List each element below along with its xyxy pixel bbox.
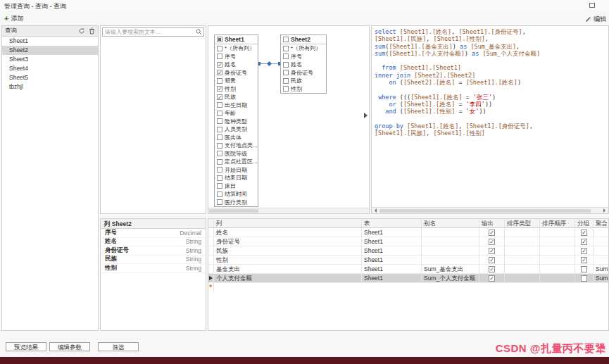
field-checkbox[interactable] bbox=[217, 94, 222, 100]
field-row[interactable]: *（所有列） bbox=[281, 44, 326, 53]
field-checkbox[interactable] bbox=[217, 199, 222, 205]
grid-row[interactable]: 性别Sheet1 bbox=[208, 256, 608, 265]
table-select-checkbox[interactable] bbox=[283, 37, 289, 42]
field-row[interactable]: 人员类别 bbox=[215, 125, 258, 134]
grid-row[interactable]: 基金支出Sheet1Sum_基金支出Sum bbox=[208, 265, 608, 274]
field-checkbox[interactable] bbox=[217, 175, 222, 181]
field-row[interactable]: 支付地点类... bbox=[215, 142, 258, 150]
output-checkbox[interactable] bbox=[489, 239, 495, 245]
refresh-icon[interactable] bbox=[78, 27, 85, 34]
field-checkbox[interactable] bbox=[217, 159, 222, 165]
scrollbar-thumb[interactable] bbox=[209, 209, 258, 213]
grid-row[interactable]: 姓名Sheet1 bbox=[208, 228, 608, 237]
grid-row[interactable]: 民族Sheet1 bbox=[208, 246, 608, 256]
table-card-sheet2[interactable]: Sheet2*（所有列）序号姓名身份证号民族性别 bbox=[280, 34, 327, 94]
field-row[interactable]: 性别 bbox=[281, 85, 326, 94]
field-checkbox[interactable] bbox=[283, 70, 289, 75]
field-checkbox[interactable] bbox=[217, 54, 222, 59]
diagram-horizontal-scrollbar[interactable] bbox=[208, 208, 369, 213]
preview-results-button[interactable]: 预览结果 bbox=[6, 342, 46, 351]
field-row[interactable]: 身份证号 bbox=[281, 69, 326, 77]
trash-icon[interactable] bbox=[89, 27, 95, 34]
sidebar-item-sheet4[interactable]: Sheet4 bbox=[2, 64, 98, 73]
field-checkbox[interactable] bbox=[283, 46, 289, 51]
field-checkbox[interactable] bbox=[217, 78, 222, 84]
output-checkbox[interactable] bbox=[489, 230, 495, 236]
group-checkbox[interactable] bbox=[581, 248, 587, 254]
field-checkbox[interactable] bbox=[217, 167, 222, 172]
field-checkbox[interactable] bbox=[283, 62, 289, 68]
grid-row[interactable]: 个人支付金额Sheet1Sum_个人支付金额Sum bbox=[208, 274, 608, 283]
field-checkbox[interactable] bbox=[217, 102, 222, 108]
field-row[interactable]: 医共体 bbox=[215, 134, 258, 142]
field-checkbox[interactable] bbox=[217, 111, 222, 116]
field-row[interactable]: 床日 bbox=[215, 182, 258, 191]
field-row[interactable]: 出生日期 bbox=[215, 101, 258, 110]
group-checkbox[interactable] bbox=[581, 275, 587, 282]
maximize-icon[interactable] bbox=[589, 3, 595, 8]
edit-parameters-button[interactable]: 编辑参数 bbox=[49, 342, 90, 351]
field-checkbox[interactable] bbox=[217, 134, 222, 140]
group-checkbox[interactable] bbox=[581, 230, 587, 236]
search-input[interactable] bbox=[102, 27, 204, 37]
field-checkbox[interactable] bbox=[217, 183, 222, 189]
field-checkbox[interactable] bbox=[217, 70, 222, 75]
sql-horizontal-scrollbar[interactable] bbox=[372, 207, 608, 213]
scrollbar-thumb[interactable] bbox=[379, 209, 591, 213]
field-checkbox[interactable] bbox=[217, 127, 222, 132]
field-checkbox[interactable] bbox=[217, 118, 222, 124]
output-checkbox[interactable] bbox=[489, 248, 495, 254]
scroll-right-icon[interactable] bbox=[602, 208, 608, 213]
table-card-sheet1[interactable]: Sheet1*（所有列）序号姓名身份证号籍贯性别民族出生日期年龄险种类型人员类别… bbox=[214, 34, 258, 207]
field-row[interactable]: 民族 bbox=[215, 93, 258, 101]
sidebar-item-sheet1[interactable]: Sheet1 bbox=[2, 37, 98, 46]
field-row[interactable]: 医疗类别 bbox=[215, 199, 258, 207]
field-row[interactable]: 籍贯 bbox=[215, 77, 258, 85]
field-row[interactable]: 序号 bbox=[215, 53, 258, 61]
field-checkbox[interactable] bbox=[217, 151, 222, 156]
edit-button[interactable]: 编辑 bbox=[585, 15, 606, 24]
field-row[interactable]: *（所有列） bbox=[215, 44, 258, 53]
output-checkbox[interactable] bbox=[489, 275, 495, 282]
scroll-left-icon[interactable] bbox=[372, 208, 378, 213]
field-row[interactable]: 定点社置区... bbox=[215, 158, 258, 166]
field-label: 序号 bbox=[291, 53, 302, 61]
field-checkbox[interactable] bbox=[217, 192, 222, 197]
filter-button[interactable]: 筛选 bbox=[98, 342, 139, 351]
grid-row[interactable]: 身份证号Sheet1 bbox=[208, 237, 608, 246]
field-row[interactable]: 民族 bbox=[281, 77, 326, 85]
output-checkbox[interactable] bbox=[489, 257, 495, 263]
field-checkbox[interactable] bbox=[217, 46, 222, 51]
grid-new-row[interactable]: * bbox=[208, 283, 608, 292]
field-row[interactable]: 性别 bbox=[215, 85, 258, 94]
field-checkbox[interactable] bbox=[217, 86, 222, 92]
field-row[interactable]: 姓名 bbox=[215, 61, 258, 69]
field-checkbox[interactable] bbox=[283, 78, 289, 84]
sidebar-item-sheet3[interactable]: Sheet3 bbox=[2, 55, 98, 64]
field-checkbox[interactable] bbox=[217, 143, 222, 149]
sidebar-item-sheet2[interactable]: Sheet2 bbox=[2, 46, 98, 55]
field-row[interactable]: 序号 bbox=[281, 53, 326, 61]
field-row[interactable]: 身份证号 bbox=[215, 69, 258, 77]
field-checkbox[interactable] bbox=[283, 54, 289, 59]
sidebar-item-tbzhjl[interactable]: tbzhjl bbox=[2, 82, 98, 92]
field-row[interactable]: 结算时间 bbox=[215, 190, 258, 199]
field-row[interactable]: 医院等级 bbox=[215, 150, 258, 158]
sidebar-item-sheet5[interactable]: Sheet5 bbox=[2, 73, 98, 82]
field-row[interactable]: 年龄 bbox=[215, 109, 258, 118]
splitter-arrow-icon[interactable] bbox=[364, 113, 368, 118]
group-checkbox[interactable] bbox=[581, 257, 587, 263]
field-row[interactable]: 姓名 bbox=[281, 61, 326, 69]
field-row[interactable]: 开始日期 bbox=[215, 166, 258, 175]
field-row[interactable]: 险种类型 bbox=[215, 118, 258, 126]
group-checkbox[interactable] bbox=[581, 239, 587, 245]
add-button[interactable]: + 添加 bbox=[4, 14, 23, 23]
field-row[interactable]: 结束日期 bbox=[215, 174, 258, 182]
table-select-checkbox[interactable] bbox=[217, 37, 222, 42]
join-connector[interactable] bbox=[258, 61, 280, 68]
field-checkbox[interactable] bbox=[283, 86, 289, 92]
field-checkbox[interactable] bbox=[217, 62, 222, 68]
sql-editor[interactable]: select [Sheet1].[姓名], [Sheet1].[身份证号],[S… bbox=[372, 26, 608, 207]
group-checkbox[interactable] bbox=[581, 266, 587, 272]
output-checkbox[interactable] bbox=[489, 266, 495, 272]
